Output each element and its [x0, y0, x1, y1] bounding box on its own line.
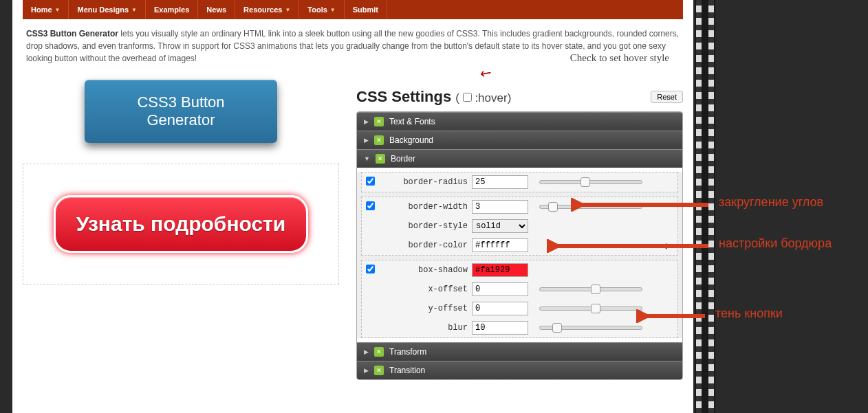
toggle-icon: ✕ — [376, 154, 385, 164]
filmstrip-decoration — [695, 0, 715, 413]
border-panel: border-radius border-width — [357, 172, 682, 338]
section-transform[interactable]: ▶✕Transform — [357, 342, 682, 361]
nav-home[interactable]: Home▼ — [23, 0, 69, 19]
triangle-icon: ▼ — [364, 155, 370, 162]
caret-icon: ▼ — [330, 7, 336, 13]
reset-button[interactable]: Reset — [651, 91, 683, 103]
x-offset-label: x-offset — [385, 284, 468, 294]
nav-menu-designs[interactable]: Menu Designs▼ — [69, 0, 146, 19]
border-width-label: border-width — [385, 202, 468, 212]
triangle-icon: ▶ — [364, 118, 369, 125]
settings-title: CSS Settings ( :hover) — [356, 88, 511, 106]
border-color-input[interactable] — [472, 238, 528, 252]
nav-submit[interactable]: Submit — [345, 0, 387, 19]
box-shadow-input[interactable] — [472, 263, 528, 277]
border-radius-input[interactable] — [472, 175, 528, 189]
nav-news[interactable]: News — [198, 0, 235, 19]
section-text-fonts[interactable]: ▶✕Text & Fonts — [357, 112, 682, 131]
add-color-button[interactable]: + — [663, 240, 669, 252]
preview-area: Узнать подробности — [23, 164, 339, 284]
generator-banner: CSS3 Button Generator — [85, 80, 277, 143]
border-color-label: border-color — [385, 241, 468, 250]
hover-checkbox[interactable] — [463, 93, 472, 102]
blur-label: blur — [385, 323, 468, 333]
border-width-input[interactable] — [472, 200, 528, 214]
intro-text: CSS3 Button Generator lets you visually … — [12, 19, 693, 73]
y-offset-label: y-offset — [385, 304, 468, 313]
triangle-icon: ▶ — [364, 348, 369, 355]
border-radius-label: border-radius — [385, 177, 468, 187]
toggle-icon: ✕ — [374, 366, 384, 375]
blur-input[interactable] — [472, 321, 528, 335]
annotation-border: настройки бордюра — [719, 236, 832, 251]
nav-examples[interactable]: Examples — [146, 0, 198, 19]
blur-slider[interactable] — [539, 326, 642, 330]
preview-button[interactable]: Узнать подробности — [54, 195, 309, 253]
triangle-icon: ▶ — [364, 137, 369, 144]
x-offset-input[interactable] — [472, 282, 528, 296]
toggle-icon: ✕ — [374, 117, 384, 126]
border-style-label: border-style — [385, 221, 468, 231]
border-radius-slider[interactable] — [539, 180, 642, 184]
toggle-icon: ✕ — [374, 135, 384, 145]
annotation-corners: закругление углов — [719, 195, 823, 210]
border-width-enable[interactable] — [366, 201, 375, 210]
settings-accordion: ▶✕Text & Fonts ▶✕Background ▼✕Border bor… — [356, 111, 683, 380]
border-style-select[interactable]: solid — [472, 219, 528, 233]
hover-hint: Check to set hover style — [570, 52, 669, 64]
y-offset-input[interactable] — [472, 302, 528, 315]
annotation-shadow: тень кнопки — [715, 306, 783, 321]
border-width-slider[interactable] — [539, 205, 642, 209]
y-offset-slider[interactable] — [539, 306, 642, 311]
caret-icon: ▼ — [285, 7, 290, 13]
box-shadow-label: box-shadow — [385, 265, 468, 275]
caret-icon: ▼ — [55, 7, 61, 13]
caret-icon: ▼ — [131, 7, 137, 13]
nav-resources[interactable]: Resources▼ — [235, 0, 299, 19]
x-offset-slider[interactable] — [539, 287, 642, 291]
section-transition[interactable]: ▶✕Transition — [357, 361, 682, 379]
section-border[interactable]: ▼✕Border — [357, 149, 682, 168]
box-shadow-enable[interactable] — [366, 265, 375, 274]
section-background[interactable]: ▶✕Background — [357, 131, 682, 149]
triangle-icon: ▶ — [364, 367, 369, 374]
border-radius-enable[interactable] — [366, 177, 375, 186]
toggle-icon: ✕ — [374, 347, 384, 357]
nav-tools[interactable]: Tools▼ — [299, 0, 344, 19]
main-nav: Home▼ Menu Designs▼ Examples News Resour… — [23, 0, 683, 19]
